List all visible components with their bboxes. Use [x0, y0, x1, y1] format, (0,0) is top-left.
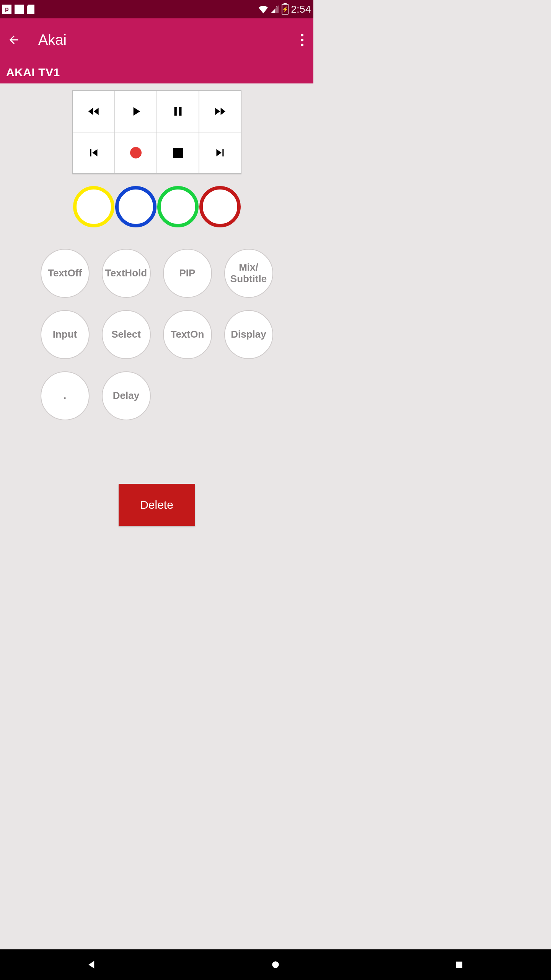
tab-bar: AKAI TV1: [0, 61, 313, 83]
delay-button[interactable]: Delay: [102, 371, 151, 420]
pip-button[interactable]: PIP: [163, 249, 212, 298]
display-button[interactable]: Display: [224, 310, 273, 359]
wifi-icon: [259, 5, 268, 14]
remote-content: TextOff TextHold PIP Mix/ Subtitle Input…: [0, 83, 313, 526]
status-right: x ⚡ 2:54: [259, 3, 311, 15]
record-icon: [130, 147, 142, 158]
back-button[interactable]: [7, 33, 21, 47]
function-buttons: TextOff TextHold PIP Mix/ Subtitle Input…: [34, 243, 279, 426]
stop-icon: [173, 148, 183, 158]
skip-previous-button[interactable]: [73, 132, 115, 173]
texton-button[interactable]: TextOn: [163, 310, 212, 359]
record-button[interactable]: [115, 132, 157, 173]
mix-subtitle-button[interactable]: Mix/ Subtitle: [224, 249, 273, 298]
select-button[interactable]: Select: [102, 310, 151, 359]
app-bar: Akai: [0, 18, 313, 61]
status-left: p: [2, 5, 34, 14]
skip-next-button[interactable]: [199, 132, 241, 173]
cell-signal-icon: x: [270, 5, 279, 14]
sd-card-icon: [27, 5, 34, 14]
tab-akai-tv1[interactable]: AKAI TV1: [6, 66, 60, 79]
yellow-button[interactable]: [73, 186, 114, 227]
overflow-menu-button[interactable]: [298, 31, 306, 49]
green-button[interactable]: [157, 186, 199, 227]
delete-button[interactable]: Delete: [119, 484, 195, 526]
play-button[interactable]: [115, 91, 157, 132]
input-button[interactable]: Input: [41, 310, 90, 359]
texthold-button[interactable]: TextHold: [102, 249, 151, 298]
rewind-button[interactable]: [73, 91, 115, 132]
textoff-button[interactable]: TextOff: [41, 249, 90, 298]
media-controls: [72, 90, 241, 174]
status-time: 2:54: [291, 3, 311, 15]
status-bar: p x ⚡ 2:54: [0, 0, 313, 18]
pause-button[interactable]: [157, 91, 199, 132]
svg-text:x: x: [276, 5, 277, 9]
color-buttons-row: [73, 186, 241, 227]
dot-button[interactable]: .: [41, 371, 90, 420]
red-button[interactable]: [199, 186, 241, 227]
battery-charging-icon: ⚡: [282, 4, 289, 15]
notification-icon-p: p: [2, 5, 11, 14]
notification-icon-square: [15, 5, 24, 14]
fast-forward-button[interactable]: [199, 91, 241, 132]
app-title: Akai: [38, 32, 67, 48]
stop-button[interactable]: [157, 132, 199, 173]
blue-button[interactable]: [115, 186, 156, 227]
